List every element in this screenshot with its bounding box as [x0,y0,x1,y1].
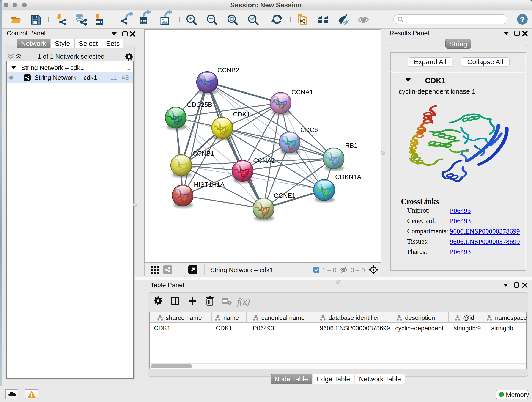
svg-text:CDK1: CDK1 [233,111,250,118]
svg-text:HIST1H1A: HIST1H1A [194,181,225,188]
svg-text:CCNE1: CCNE1 [274,192,296,199]
svg-text:RB1: RB1 [345,142,357,149]
svg-text:CDC25B: CDC25B [187,101,212,108]
svg-text:CCNB1: CCNB1 [192,150,214,157]
svg-text:CDKN1A: CDKN1A [335,173,361,180]
svg-text:CCNA2: CCNA2 [253,157,275,164]
svg-text:CDC6: CDC6 [300,126,318,133]
svg-text:CCNA1: CCNA1 [291,89,313,96]
svg-text:CCNB2: CCNB2 [217,66,239,74]
